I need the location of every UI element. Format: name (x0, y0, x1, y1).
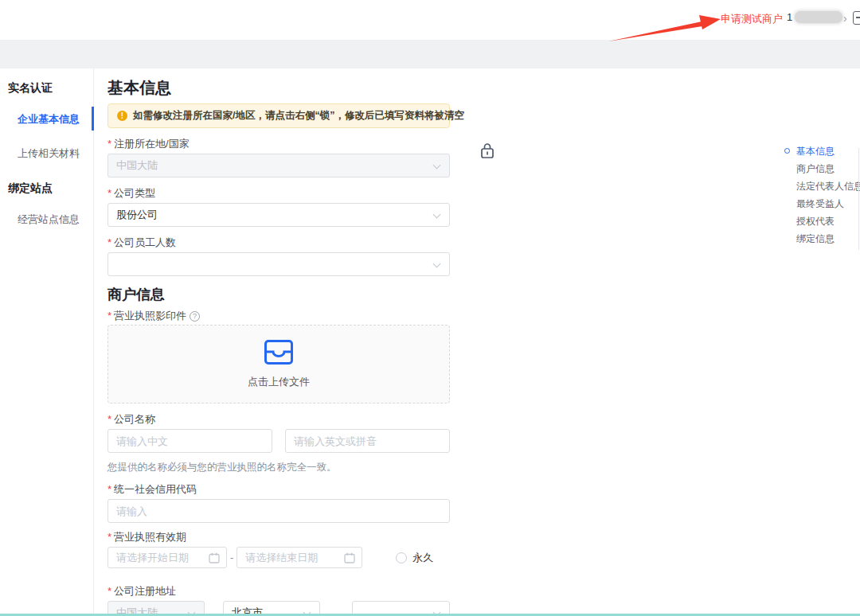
chevron-down-icon (433, 260, 441, 268)
field-business-license: 营业执照影印件 ? 点击上传文件 (108, 310, 450, 404)
anchor-item-beneficiary[interactable]: 最终受益人 (796, 198, 860, 209)
start-date-placeholder: 请选择开始日期 (116, 551, 189, 565)
anchor-item-label: 绑定信息 (796, 233, 835, 244)
sidebar-item-label: 企业基本信息 (18, 113, 80, 125)
anchor-item-label: 法定代表人信息 (796, 181, 860, 192)
field-employee-count: 公司员工人数 (108, 237, 450, 276)
anchor-item-label: 最终受益人 (796, 198, 844, 209)
chevron-down-icon (433, 162, 441, 170)
anchor-nav: 基本信息 商户信息 法定代表人信息 最终受益人 授权代表 绑定信息 (796, 146, 860, 251)
field-label: 注册所在地/国家 (114, 138, 190, 150)
anchor-item-authorized-rep[interactable]: 授权代表 (796, 216, 860, 227)
anchor-item-binding-info[interactable]: 绑定信息 (796, 233, 860, 244)
company-name-en-input[interactable] (285, 429, 450, 453)
forever-radio[interactable]: 永久 (396, 551, 433, 565)
employee-count-select[interactable] (108, 252, 450, 276)
upload-hint-text: 点击上传文件 (248, 375, 310, 389)
field-label: 公司类型 (114, 187, 155, 199)
main-content: 基本信息 ! 如需修改注册所在国家/地区，请点击右侧“锁”，修改后已填写资料将被… (94, 68, 604, 616)
company-type-select[interactable]: 股份公司 (108, 203, 450, 227)
company-name-note: 您提供的名称必须与您的营业执照的名称完全一致。 (108, 461, 585, 474)
end-date-placeholder: 请选择结束日期 (245, 551, 318, 565)
required-icon (108, 483, 114, 495)
inbox-upload-icon (264, 339, 294, 365)
annotation-arrow-icon (608, 10, 725, 44)
company-name-cn-input[interactable] (108, 429, 272, 453)
anchor-rail-line (858, 148, 859, 250)
account-icon[interactable] (853, 11, 860, 25)
anchor-item-label: 基本信息 (796, 146, 835, 157)
sidebar-item-company-basic-info[interactable]: 企业基本信息 (0, 113, 93, 125)
sidebar-section-real-name: 实名认证 (0, 81, 93, 94)
merchant-id[interactable]: 1 (787, 11, 842, 23)
company-type-select-value: 股份公司 (116, 208, 158, 222)
lock-icon[interactable] (480, 142, 494, 162)
top-bar: 申请测试商户 1 › (0, 0, 860, 40)
merchant-info-section-title: 商户信息 (108, 286, 604, 304)
sidebar-item-upload-materials[interactable]: 上传相关材料 (0, 147, 93, 159)
warning-alert-text: 如需修改注册所在国家/地区，请点击右侧“锁”，修改后已填写资料将被清空 (133, 109, 464, 123)
chevron-right-icon[interactable]: › (843, 12, 847, 25)
credit-code-input[interactable] (108, 499, 450, 523)
required-icon (108, 236, 114, 248)
field-label: 公司注册地址 (114, 585, 176, 597)
required-icon (108, 187, 114, 199)
anchor-item-basic-info[interactable]: 基本信息 (796, 146, 860, 157)
license-upload-dropzone[interactable]: 点击上传文件 (108, 325, 450, 404)
anchor-item-merchant-info[interactable]: 商户信息 (796, 163, 860, 174)
field-registration-country: 注册所在地/国家 中国大陆 (108, 138, 450, 177)
field-label: 公司员工人数 (114, 236, 176, 248)
field-label: 公司名称 (114, 413, 155, 425)
field-registered-address: 公司注册地址 中国大陆 北京市 (108, 586, 450, 616)
required-icon (108, 585, 114, 597)
merchant-id-prefix: 1 (787, 11, 792, 23)
radio-circle-icon (396, 552, 407, 563)
chevron-down-icon (433, 211, 441, 219)
warning-icon: ! (117, 111, 127, 121)
merchant-id-redacted (795, 11, 842, 23)
required-icon (108, 531, 114, 543)
field-credit-code: 统一社会信用代码 (108, 484, 450, 523)
sidebar-item-label: 上传相关材料 (18, 147, 80, 159)
apply-test-merchant-link[interactable]: 申请测试商户 (721, 12, 783, 26)
sidebar-section-bind-site: 绑定站点 (0, 181, 93, 194)
sub-header-strip (0, 40, 860, 68)
country-select-value: 中国大陆 (116, 158, 158, 173)
required-icon (108, 310, 114, 322)
country-select[interactable]: 中国大陆 (108, 154, 450, 177)
help-icon[interactable]: ? (190, 311, 200, 322)
left-sidebar: 实名认证 企业基本信息 上传相关材料 绑定站点 经营站点信息 (0, 68, 94, 616)
required-icon (108, 138, 114, 150)
field-label: 营业执照影印件 (114, 310, 186, 322)
field-label: 营业执照有效期 (114, 531, 186, 543)
sidebar-item-site-info[interactable]: 经营站点信息 (0, 213, 93, 225)
anchor-item-label: 商户信息 (796, 163, 835, 174)
date-range-separator: - (230, 552, 233, 563)
field-company-type: 公司类型 股份公司 (108, 188, 450, 227)
required-icon (108, 413, 114, 425)
field-license-validity: 营业执照有效期 请选择开始日期 - 请选择结束日期 (108, 532, 450, 568)
sidebar-item-label: 经营站点信息 (18, 213, 80, 225)
anchor-active-dot-icon (784, 148, 790, 154)
anchor-item-legal-rep[interactable]: 法定代表人信息 (796, 181, 860, 192)
start-date-picker[interactable]: 请选择开始日期 (108, 547, 227, 568)
page-title: 基本信息 (108, 78, 604, 97)
warning-alert: ! 如需修改注册所在国家/地区，请点击右侧“锁”，修改后已填写资料将被清空 (108, 103, 450, 128)
field-company-name: 公司名称 您提供的名称必须与您的营业执照的名称完全一致。 (108, 414, 450, 474)
field-label: 统一社会信用代码 (114, 483, 197, 495)
forever-radio-label: 永久 (412, 551, 433, 565)
active-indicator-bar (92, 107, 94, 131)
anchor-item-label: 授权代表 (796, 216, 835, 227)
calendar-icon (344, 552, 355, 566)
end-date-picker[interactable]: 请选择结束日期 (236, 547, 362, 568)
calendar-icon (209, 552, 220, 566)
